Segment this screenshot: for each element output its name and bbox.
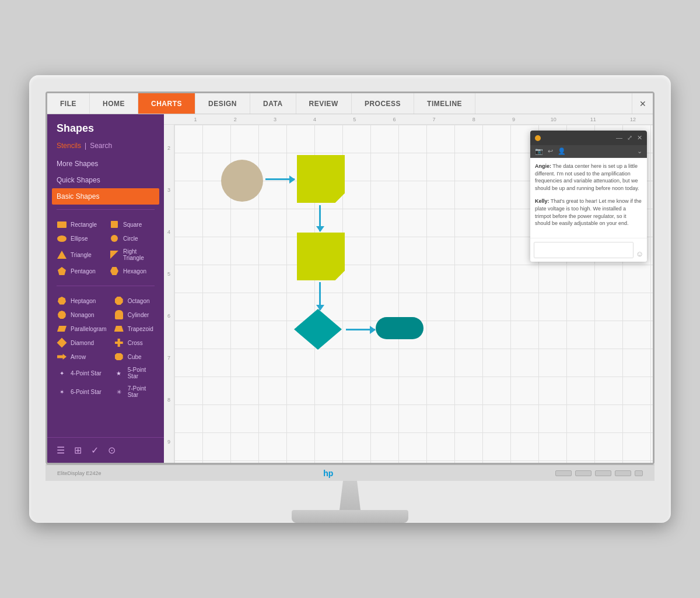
list-item[interactable]: ✦4-Point Star [54,365,109,381]
toolbar: FILE HOME CHARTS DESIGN DATA REVIEW PROC… [47,93,653,114]
list-item[interactable]: Circle [107,233,157,244]
monitor-btn-1[interactable] [555,470,572,476]
chat-message-2: Kelly: That's great to hear! Let me know… [535,198,642,227]
nav-separator: | [85,142,86,150]
monitor-btn-3[interactable] [595,470,611,476]
emoji-icon[interactable]: ☺ [636,249,643,258]
shape-grid-2: Heptagon Octagon Nonagon Cylinder Parall… [47,291,164,404]
chat-text-2: That's great to hear! Let me know if the… [535,198,642,226]
shape-grid: Rectangle Square Ellipse Circle Triangle… [47,214,164,281]
list-item[interactable]: Arrow [54,351,109,362]
sidebar-item-basic-shapes[interactable]: Basic Shapes [52,188,159,205]
monitor-btn-4[interactable] [615,470,631,476]
tab-design[interactable]: DESIGN [195,93,250,114]
tab-timeline[interactable]: TIMELINE [414,93,475,114]
expand-icon[interactable]: ⤢ [627,134,632,142]
list-item[interactable]: Right Triangle [107,247,157,262]
flow-arrow-vertical-2 [319,282,321,310]
chat-input-area: ☺ [530,238,647,262]
chat-expand-icon[interactable]: ⌄ [637,147,642,155]
tab-process[interactable]: PROCESS [352,93,414,114]
settings-icon[interactable]: ⊙ [108,445,116,456]
sidebar-item-more-shapes[interactable]: More Shapes [47,156,164,172]
list-item[interactable]: ✶6-Point Star [54,384,109,399]
monitor-bottom-bar: EliteDisplay E242e hp [46,465,654,481]
list-item[interactable]: Rectangle [54,219,104,230]
power-button[interactable] [635,470,643,476]
list-item[interactable]: ✳7-Point Star [111,384,157,399]
check-icon[interactable]: ✓ [91,445,99,456]
main-area: Shapes Stencils | Search More Shapes Qui… [47,114,653,463]
sidebar-title: Shapes [47,114,164,139]
sidebar-item-quick-shapes[interactable]: Quick Shapes [47,172,164,188]
list-item[interactable]: Hexagon [107,266,157,276]
flow-arrow-horizontal-1 [265,178,295,180]
list-item[interactable]: ★5-Point Star [111,365,157,381]
sidebar-nav: Stencils | Search [47,139,164,156]
phone-icon[interactable]: ↩ [548,147,553,155]
canvas-with-ruler: 1 2 3 4 5 6 7 8 9 10 11 12 [164,114,653,463]
list-item[interactable]: Octagon [111,296,157,306]
list-item[interactable]: Cube [111,351,157,362]
list-item[interactable]: Nonagon [54,309,109,320]
canvas-grid[interactable]: — ⤢ ✕ 📷 ↩ 👤 ⌄ [174,125,653,463]
video-icon[interactable]: 📷 [535,147,543,155]
chat-header: — ⤢ ✕ [530,131,647,145]
list-item[interactable]: Trapezoid [111,323,157,334]
chat-sender-2: Kelly: [535,198,550,204]
chat-sender-1: Angie: [535,163,551,169]
close-button[interactable]: ✕ [632,93,653,114]
list-item[interactable]: Triangle [54,247,104,262]
tab-file[interactable]: FILE [47,93,90,114]
hp-logo: hp [323,469,333,478]
flow-diamond[interactable] [294,309,342,350]
list-item[interactable]: Diamond [54,337,109,348]
chat-messages: Angie: The data center here is set up a … [530,158,647,238]
monitor-screen: FILE HOME CHARTS DESIGN DATA REVIEW PROC… [46,92,654,465]
monitor-controls [555,470,643,476]
list-item[interactable]: Cylinder [111,309,157,320]
monitor-outer: FILE HOME CHARTS DESIGN DATA REVIEW PROC… [29,75,671,523]
list-item[interactable]: Ellipse [54,233,104,244]
flow-rounded-rect[interactable] [376,317,424,339]
tab-home[interactable]: HOME [90,93,138,114]
canvas-area: 1 2 3 4 5 6 7 8 9 10 11 12 [164,114,653,463]
list-item[interactable]: Square [107,219,157,230]
sidebar: Shapes Stencils | Search More Shapes Qui… [47,114,164,463]
search-link[interactable]: Search [90,142,112,150]
ruler-v: 2 3 4 5 6 7 8 9 [164,125,174,463]
tab-data[interactable]: DATA [250,93,296,114]
list-item[interactable]: Heptagon [54,296,109,306]
monitor-stand [46,481,654,523]
close-chat-icon[interactable]: ✕ [637,134,642,142]
stencils-link[interactable]: Stencils [57,142,81,150]
chat-input[interactable] [534,242,634,258]
stand-base [292,510,408,523]
tab-charts[interactable]: CHARTS [138,93,195,114]
list-item[interactable]: Parallelogram [54,323,109,334]
chat-toolbar: 📷 ↩ 👤 ⌄ [530,145,647,158]
chat-message-1: Angie: The data center here is set up a … [535,163,642,192]
minimize-icon[interactable]: — [616,134,622,142]
list-icon[interactable]: ☰ [57,445,65,456]
ruler-h: 1 2 3 4 5 6 7 8 9 10 11 12 [164,114,653,125]
table-icon[interactable]: ⊞ [74,445,82,456]
sidebar-bottom: ☰ ⊞ ✓ ⊙ [47,437,164,463]
flow-circle[interactable] [221,160,263,202]
chat-header-icons: — ⤢ ✕ [616,134,642,142]
monitor-label: EliteDisplay E242e [57,470,102,476]
canvas-body: 2 3 4 5 6 7 8 9 [164,125,653,463]
chat-window: — ⤢ ✕ 📷 ↩ 👤 ⌄ [530,131,647,262]
flow-sticky-note-2[interactable] [297,233,345,280]
flow-sticky-note-1[interactable] [297,155,345,203]
list-item[interactable]: Cross [111,337,157,348]
monitor-btn-2[interactable] [575,470,592,476]
stand-neck [332,481,368,510]
list-item[interactable]: Pentagon [54,266,104,276]
tab-review[interactable]: REVIEW [296,93,352,114]
people-icon[interactable]: 👤 [558,147,566,155]
flow-arrow-vertical-1 [319,205,321,231]
chat-status-dot [535,135,541,141]
flow-arrow-horizontal-2 [346,329,375,330]
